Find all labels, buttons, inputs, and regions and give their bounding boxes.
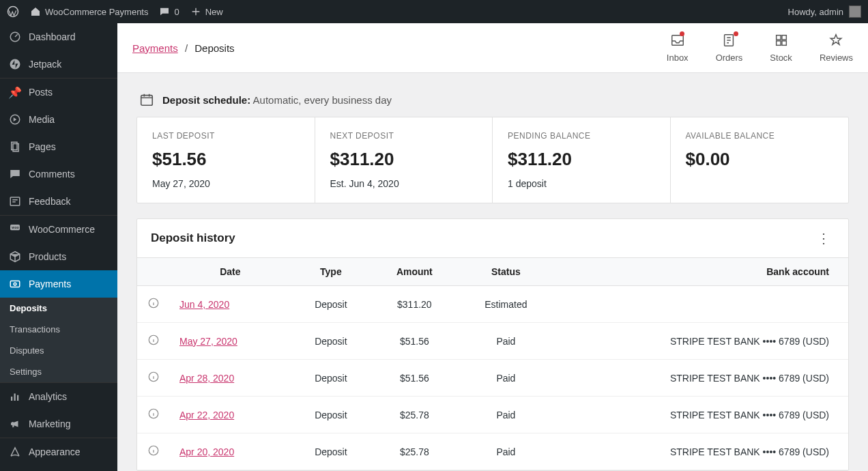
info-icon[interactable] [147, 411, 160, 422]
wp-logo[interactable] [7, 5, 19, 18]
calendar-icon [139, 92, 154, 107]
header-action-orders[interactable]: Orders [716, 33, 743, 63]
svg-rect-17 [782, 35, 786, 40]
summary-cards: LAST DEPOSIT$51.56May 27, 2020NEXT DEPOS… [136, 117, 849, 203]
new-content[interactable]: New [190, 6, 223, 17]
appearance-icon [8, 445, 22, 459]
site-title: WooCommerce Payments [45, 7, 148, 17]
products-icon [8, 250, 22, 263]
media-icon [8, 113, 22, 126]
breadcrumb-root[interactable]: Payments [132, 42, 178, 54]
table-row: Apr 20, 2020Deposit$25.78PaidSTRIPE TEST… [137, 433, 848, 470]
header-action-reviews[interactable]: Reviews [820, 33, 853, 63]
analytics-icon [8, 390, 22, 403]
summary-card: NEXT DEPOSIT$311.20Est. Jun 4, 2020 [315, 117, 493, 203]
sidebar-item-comments[interactable]: Comments [0, 160, 117, 188]
page-header: Payments / Deposits InboxOrdersStockRevi… [117, 23, 868, 73]
account-menu[interactable]: Howdy, admin [788, 5, 861, 18]
sidebar-item-products[interactable]: Products [0, 243, 117, 270]
col-amount: Amount [371, 258, 458, 286]
sidebar-item-posts[interactable]: 📌Posts [0, 78, 117, 106]
summary-card: LAST DEPOSIT$51.56May 27, 2020 [137, 117, 315, 203]
comments-count: 0 [174, 7, 179, 17]
info-icon[interactable] [147, 448, 160, 459]
comments-bubble[interactable]: 0 [159, 6, 179, 17]
deposit-date-link[interactable]: Jun 4, 2020 [179, 299, 229, 310]
notification-dot [680, 31, 684, 36]
wordpress-icon [7, 5, 19, 18]
svg-rect-13 [17, 395, 18, 401]
site-home[interactable]: WooCommerce Payments [30, 6, 148, 17]
col-status: Status [458, 258, 554, 286]
woo-icon: woo [8, 223, 22, 236]
svg-rect-9 [10, 281, 20, 287]
deposit-schedule: Deposit schedule: Automatic, every busin… [136, 92, 849, 107]
sidebar-item-pages[interactable]: Pages [0, 133, 117, 160]
table-row: Apr 28, 2020Deposit$51.56PaidSTRIPE TEST… [137, 360, 848, 397]
svg-rect-18 [776, 41, 780, 45]
comment-icon [8, 167, 22, 181]
plus-icon [190, 6, 201, 17]
jetpack-icon [8, 57, 22, 71]
feedback-icon [8, 195, 22, 208]
svg-rect-20 [141, 96, 153, 106]
sidebar-item-dashboard[interactable]: Dashboard [0, 23, 117, 51]
notification-dot [734, 31, 738, 36]
svg-rect-14 [671, 35, 683, 46]
col-type: Type [291, 258, 371, 286]
sidebar-item-analytics[interactable]: Analytics [0, 382, 117, 410]
info-icon[interactable] [147, 374, 160, 385]
col-bank account: Bank account [554, 258, 848, 286]
comment-icon [159, 6, 170, 17]
svg-rect-12 [14, 394, 16, 401]
wp-admin-bar: WooCommerce Payments 0 New Howdy, admin [0, 0, 868, 23]
reviews-icon [828, 33, 843, 50]
sidebar-subitem-disputes[interactable]: Disputes [0, 340, 117, 361]
avatar [849, 5, 861, 18]
sidebar-subitem-deposits[interactable]: Deposits [0, 298, 117, 319]
deposit-date-link[interactable]: Apr 22, 2020 [179, 410, 234, 420]
svg-rect-11 [11, 397, 12, 401]
svg-point-10 [14, 283, 16, 285]
svg-rect-19 [782, 41, 786, 45]
info-icon[interactable] [147, 300, 160, 311]
table-row: Apr 22, 2020Deposit$25.78PaidSTRIPE TEST… [137, 397, 848, 433]
sidebar-item-marketing[interactable]: Marketing [0, 410, 117, 438]
deposit-table: DateTypeAmountStatusBank account Jun 4, … [137, 257, 848, 470]
deposit-date-link[interactable]: Apr 28, 2020 [179, 373, 234, 384]
panel-menu-button[interactable]: ⋮ [813, 230, 835, 246]
deposit-date-link[interactable]: May 27, 2020 [179, 336, 237, 347]
svg-point-2 [10, 59, 20, 70]
sidebar-item-media[interactable]: Media [0, 106, 117, 133]
pages-icon [8, 140, 22, 154]
breadcrumb: Payments / Deposits [132, 42, 235, 54]
col-date: Date [170, 258, 291, 286]
header-action-stock[interactable]: Stock [770, 33, 792, 63]
header-actions: InboxOrdersStockReviews [667, 33, 853, 63]
home-icon [30, 6, 41, 17]
stock-icon [774, 33, 789, 50]
pin-icon: 📌 [8, 85, 22, 99]
svg-text:woo: woo [11, 225, 19, 229]
main-content: Payments / Deposits InboxOrdersStockRevi… [117, 23, 868, 471]
summary-card: AVAILABLE BALANCE$0.00 [671, 117, 849, 203]
table-row: Jun 4, 2020Deposit$311.20Estimated [137, 286, 848, 323]
admin-sidebar: DashboardJetpack📌PostsMediaPagesComments… [0, 23, 117, 471]
deposit-date-link[interactable]: Apr 20, 2020 [179, 446, 234, 457]
sidebar-subitem-settings[interactable]: Settings [0, 361, 117, 382]
sidebar-item-payments[interactable]: Payments [0, 270, 117, 298]
marketing-icon [8, 417, 22, 431]
sidebar-item-appearance[interactable]: Appearance [0, 438, 117, 466]
deposit-history-panel: Deposit history ⋮ DateTypeAmountStatusBa… [136, 218, 849, 471]
sidebar-item-jetpack[interactable]: Jetpack [0, 51, 117, 78]
panel-title: Deposit history [151, 231, 235, 245]
summary-card: PENDING BALANCE$311.201 deposit [493, 117, 671, 203]
sidebar-item-feedback[interactable]: Feedback [0, 188, 117, 215]
info-icon[interactable] [147, 337, 160, 348]
breadcrumb-current: Deposits [194, 42, 234, 54]
dashboard-icon [8, 30, 22, 44]
sidebar-subitem-transactions[interactable]: Transactions [0, 319, 117, 340]
header-action-inbox[interactable]: Inbox [667, 33, 689, 63]
sidebar-item-woocommerce[interactable]: wooWooCommerce [0, 215, 117, 243]
payments-icon [8, 277, 22, 291]
